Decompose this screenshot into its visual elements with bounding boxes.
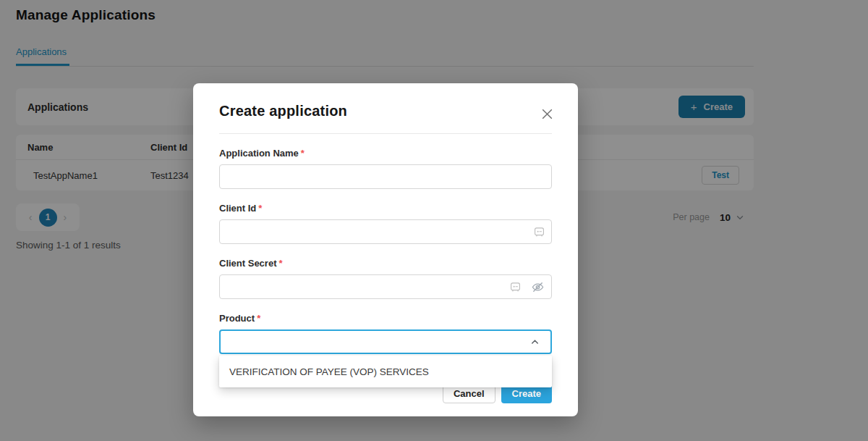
product-select[interactable] — [219, 329, 552, 354]
client-id-icons — [534, 219, 545, 244]
application-name-label: Application Name* — [219, 148, 552, 159]
vault-icon[interactable] — [534, 227, 545, 238]
product-label: Product* — [219, 313, 552, 324]
client-secret-label: Client Secret* — [219, 258, 552, 269]
label-text: Client Id — [219, 203, 256, 214]
modal-title: Create application — [219, 102, 347, 119]
required-asterisk: * — [301, 148, 305, 159]
dropdown-option-vop-services[interactable]: VERIFICATION OF PAYEE (VOP) SERVICES — [219, 356, 552, 387]
client-id-label: Client Id* — [219, 203, 552, 214]
create-application-modal: Create application Application Name* Cli… — [193, 83, 578, 416]
modal-divider — [219, 133, 552, 134]
field-client-id: Client Id* — [219, 203, 552, 244]
client-secret-input[interactable] — [219, 274, 552, 299]
field-product: Product* VERIFICATION OF PAYEE (VOP) SER… — [219, 313, 552, 387]
field-client-secret: Client Secret* — [219, 258, 552, 299]
client-secret-wrap — [219, 274, 552, 299]
client-secret-icons — [510, 274, 545, 299]
application-name-wrap — [219, 164, 552, 189]
required-asterisk: * — [278, 258, 282, 269]
client-id-wrap — [219, 219, 552, 244]
field-application-name: Application Name* — [219, 148, 552, 189]
product-dropdown: VERIFICATION OF PAYEE (VOP) SERVICES — [219, 356, 552, 387]
application-name-input[interactable] — [219, 164, 552, 189]
required-asterisk: * — [257, 313, 260, 324]
label-text: Client Secret — [219, 258, 276, 269]
required-asterisk: * — [258, 203, 262, 214]
close-icon[interactable] — [540, 106, 555, 122]
vault-icon[interactable] — [510, 282, 521, 293]
label-text: Product — [219, 313, 255, 324]
chevron-up-icon — [529, 337, 540, 348]
eye-off-icon[interactable] — [531, 280, 545, 294]
client-id-input[interactable] — [219, 219, 552, 244]
label-text: Application Name — [219, 148, 299, 159]
modal-header: Create application — [219, 102, 552, 122]
